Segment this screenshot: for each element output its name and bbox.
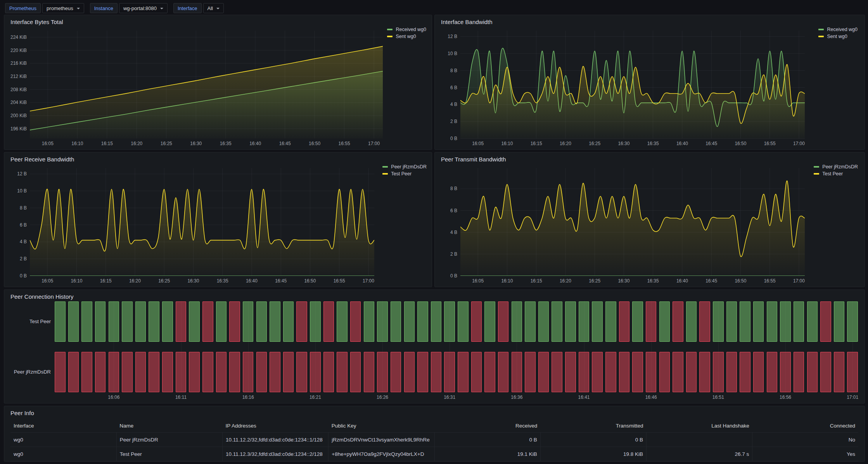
legend-swatch-icon (814, 173, 819, 175)
x-tick-label: 16:15 (531, 278, 542, 284)
column-header-public-key[interactable]: Public Key (329, 419, 434, 433)
timeline-state-bar-disconnected (646, 352, 657, 392)
column-header-transmitted[interactable]: Transmitted (540, 419, 646, 433)
legend-item[interactable]: Peer jRzmDsDR (814, 164, 858, 170)
y-tick-label: 216 KiB (10, 61, 27, 66)
y-tick-label: 6 B (450, 208, 457, 213)
timeline-state-bar-disconnected (310, 352, 321, 392)
timeline-state-bar-connected (122, 301, 133, 342)
table-cell-public-key: jRzmDsDRVnwCt13vsyamXherk9L9RhRe (329, 433, 434, 447)
panel-title-peer-info[interactable]: Peer Info (10, 410, 34, 416)
timeline-state-bar-disconnected (149, 352, 159, 392)
timeline-state-bar-connected (726, 301, 737, 342)
x-tick-label: 16:20 (560, 141, 571, 146)
x-tick-label: 16:15 (100, 278, 112, 284)
variable-value-dropdown[interactable]: All (203, 3, 224, 13)
table-cell-last-handshake: 26.7 s (647, 447, 752, 461)
x-tick-label: 16:25 (161, 141, 172, 146)
variable-value-dropdown[interactable]: wg-portal:8080 (119, 3, 168, 13)
table-row: wg0Peer jRzmDsDR10.11.12.2/32,fdfd:d3ad:… (10, 433, 858, 447)
x-tick-label: 16:40 (676, 278, 688, 284)
legend-item[interactable]: Received wg0 (387, 27, 426, 32)
timeline-state-bar-connected (377, 301, 388, 342)
dashboard-variables-bar: PrometheusprometheusInstancewg-portal:80… (5, 3, 224, 13)
y-tick-label: 0 B (450, 273, 457, 279)
panel-title-interface-bytes-total[interactable]: Interface Bytes Total (10, 19, 63, 25)
timeline-state-bar-connected (55, 301, 66, 342)
timeline-state-bar-disconnected (283, 352, 294, 392)
table-cell-interface: wg0 (10, 447, 116, 461)
panel-interface-bandwidth: Interface Bandwidth 16:0516:1016:1516:20… (434, 15, 865, 150)
legend-item[interactable]: Peer jRzmDsDR (382, 164, 427, 170)
timeline-state-bar-connected (68, 301, 79, 342)
legend-swatch-icon (387, 29, 393, 30)
x-tick-label: 16:25 (589, 141, 600, 146)
timeline-x-tick-label: 17:01 (839, 395, 866, 400)
y-tick-label: 2 B (450, 119, 457, 124)
timeline-state-bar-disconnected (377, 352, 388, 392)
table-cell-ip-addresses: 10.11.12.2/32,fdfd:d3ad:c0de:1234::1/128 (223, 433, 329, 447)
column-header-ip-addresses[interactable]: IP Addresses (223, 419, 329, 433)
timeline-state-bar-disconnected (767, 352, 778, 392)
x-tick-label: 16:35 (217, 278, 228, 284)
panel-title-peer-transmit-bandwidth[interactable]: Peer Transmit Bandwidth (441, 156, 506, 163)
timeline-state-bar-connected (713, 301, 724, 342)
column-header-interface[interactable]: Interface (10, 419, 116, 433)
peer-info-table-header: InterfaceNameIP AddressesPublic KeyRecei… (10, 419, 858, 433)
timeline-x-tick-label: 16:46 (638, 395, 665, 400)
x-tick-label: 16:10 (501, 141, 513, 146)
timeline-state-bar-disconnected (176, 352, 187, 392)
x-tick-label: 16:45 (705, 141, 717, 146)
legend-item[interactable]: Test Peer (382, 171, 427, 177)
panel-peer-info: Peer Info InterfaceNameIP AddressesPubli… (4, 406, 865, 462)
column-header-connected[interactable]: Connected (752, 419, 858, 433)
legend-item[interactable]: Received wg0 (818, 27, 858, 32)
x-tick-label: 16:35 (647, 141, 659, 146)
legend-item[interactable]: Sent wg0 (387, 34, 426, 39)
timeline-state-bar-disconnected (807, 352, 818, 392)
timeline-state-bar-disconnected (834, 352, 845, 392)
x-tick-label: 16:15 (531, 141, 542, 146)
legend-item[interactable]: Test Peer (814, 171, 858, 177)
timeline-state-bar-disconnected (605, 352, 616, 392)
x-tick-label: 16:30 (618, 141, 629, 146)
timeline-x-tick-label: 16:31 (436, 395, 463, 400)
timeline-x-tick-label: 16:16 (235, 395, 262, 400)
x-tick-label: 16:50 (304, 278, 316, 284)
x-tick-label: 16:50 (735, 278, 746, 284)
timeline-state-bar-disconnected (794, 352, 804, 392)
x-tick-label: 16:20 (131, 141, 142, 146)
timeline-state-bar-connected (780, 301, 791, 342)
x-tick-label: 16:30 (618, 278, 629, 284)
variable-value-dropdown[interactable]: prometheus (42, 3, 84, 13)
legend-label: Peer jRzmDsDR (822, 164, 858, 170)
column-header-received[interactable]: Received (434, 419, 540, 433)
timeline-state-bar-disconnected (350, 352, 361, 392)
table-cell-connected: Yes (752, 447, 858, 461)
y-tick-label: 200 KiB (10, 113, 27, 118)
x-tick-label: 16:35 (220, 141, 232, 146)
timeline-state-bar-disconnected (202, 352, 213, 392)
table-cell-transmitted: 19.8 KiB (540, 447, 646, 461)
y-tick-label: 2 B (450, 251, 457, 257)
timeline-state-bar-connected (753, 301, 764, 342)
panel-title-peer-receive-bandwidth[interactable]: Peer Receive Bandwidth (10, 156, 74, 163)
timeline-state-bar-disconnected (135, 352, 146, 392)
timeline-state-bar-connected (525, 301, 536, 342)
column-header-last-handshake[interactable]: Last Handshake (647, 419, 752, 433)
timeline-state-bar-connected (807, 301, 818, 342)
y-tick-label: 12 B (448, 34, 457, 39)
timeline-state-bar-disconnected (109, 352, 119, 392)
timeline-state-bar-connected (216, 301, 227, 342)
timeline-state-bar-disconnected (565, 352, 576, 392)
y-tick-label: 208 KiB (10, 87, 27, 92)
y-tick-label: 10 B (448, 51, 457, 56)
chevron-down-icon (216, 8, 220, 9)
x-tick-label: 16:50 (309, 141, 320, 146)
panel-title-interface-bandwidth[interactable]: Interface Bandwidth (441, 19, 493, 25)
timeline-state-bar-disconnected (699, 352, 710, 392)
column-header-name[interactable]: Name (116, 419, 222, 433)
panel-title-peer-connection-history[interactable]: Peer Connection History (10, 293, 74, 300)
timeline-x-tick-label: 16:41 (571, 395, 598, 400)
legend-item[interactable]: Sent wg0 (818, 34, 858, 39)
